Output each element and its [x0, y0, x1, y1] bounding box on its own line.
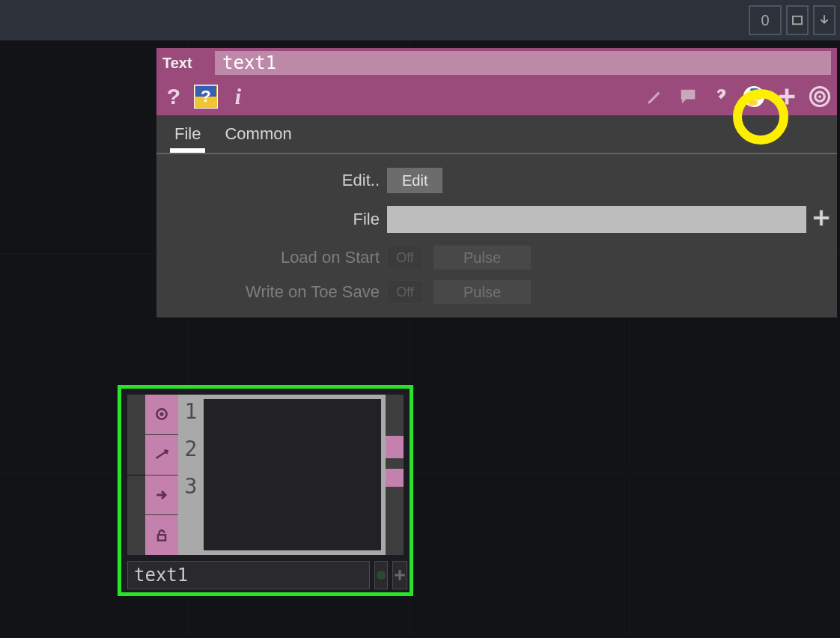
tab-common[interactable]: Common [220, 118, 296, 153]
target-icon[interactable] [807, 84, 833, 109]
write-on-save-pulse[interactable]: Pulse [433, 280, 531, 304]
bypass-icon[interactable] [145, 435, 178, 476]
svg-point-9 [160, 413, 164, 416]
cook-indicator-icon[interactable] [374, 561, 388, 589]
wiki-help-icon[interactable]: ? [194, 85, 218, 109]
write-on-save-toggle[interactable]: Off [387, 280, 423, 304]
parameter-tabs: File Common [156, 115, 837, 154]
python-icon[interactable] [741, 84, 767, 109]
tab-file[interactable]: File [170, 118, 205, 153]
line-number-gutter: 1 2 3 [178, 395, 204, 555]
edit-button[interactable]: Edit [387, 168, 442, 193]
window-icon[interactable] [786, 5, 809, 35]
line-number: 2 [178, 437, 204, 474]
plus-icon[interactable] [774, 84, 800, 109]
output-connector[interactable] [386, 436, 404, 458]
svg-point-7 [818, 95, 821, 98]
line-number: 3 [178, 474, 204, 511]
svg-rect-0 [793, 16, 802, 25]
add-output-icon[interactable] [392, 561, 407, 589]
file-path-input[interactable] [387, 206, 806, 233]
top-bar: 0 [0, 0, 840, 40]
node-name-input[interactable] [127, 561, 370, 589]
text-dat-node[interactable]: 1 2 3 [118, 385, 413, 596]
info-icon[interactable]: i [225, 84, 251, 109]
counter-value: 0 [761, 12, 769, 29]
panel-header: Text [156, 48, 837, 78]
line-number: 1 [178, 399, 204, 437]
param-label-write-on-save: Write on Toe Save [162, 282, 387, 302]
load-on-start-toggle[interactable]: Off [387, 246, 423, 270]
viewer-active-icon[interactable] [145, 395, 178, 435]
text-content-area[interactable] [204, 399, 381, 550]
parameter-panel: Text ? ? i File Common Edit.. [156, 48, 837, 318]
parameter-grid: Edit.. Edit File Load on Start Off Pulse… [156, 154, 837, 318]
node-body: 1 2 3 [127, 395, 404, 555]
lock-icon[interactable] [145, 515, 178, 555]
node-footer [127, 561, 404, 589]
param-label-file: File [162, 210, 387, 229]
load-on-start-pulse[interactable]: Pulse [433, 246, 531, 270]
help-icon[interactable]: ? [161, 84, 186, 109]
panel-toolbar: ? ? i [156, 78, 837, 115]
comment-icon[interactable] [675, 84, 701, 109]
down-arrow-icon[interactable] [813, 5, 836, 35]
node-flags-column [145, 395, 178, 555]
node-viewer[interactable]: 1 2 3 [178, 395, 386, 555]
file-browse-plus-icon[interactable] [806, 204, 836, 235]
param-label-load-on-start: Load on Start [162, 248, 387, 267]
output-connector[interactable] [386, 469, 404, 487]
param-label-edit: Edit.. [162, 171, 387, 190]
input-connectors [127, 395, 145, 555]
counter-button[interactable]: 0 [749, 5, 782, 35]
operator-type-label: Text [162, 55, 206, 72]
svg-point-10 [377, 571, 386, 580]
operator-name-input[interactable] [215, 51, 831, 75]
pencil-icon[interactable] [642, 84, 668, 109]
clone-immune-icon[interactable] [145, 476, 178, 516]
brush-icon[interactable] [708, 84, 734, 109]
svg-text:?: ? [201, 86, 211, 106]
output-connectors [386, 395, 404, 555]
